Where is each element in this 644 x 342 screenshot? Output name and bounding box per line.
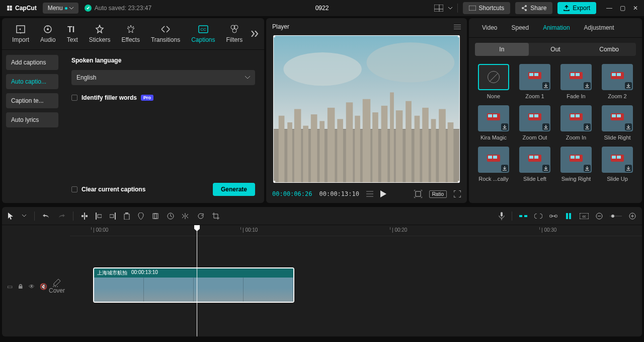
anim-preset[interactable]: Slide Left	[516, 147, 553, 182]
anim-preset[interactable]: Kira Magic	[475, 105, 512, 141]
app-logo: CapCut	[6, 5, 37, 12]
crop2-tool[interactable]	[212, 213, 219, 220]
maximize-button[interactable]: ▢	[620, 5, 625, 12]
media-tab-text[interactable]: TIText	[62, 22, 83, 45]
svg-rect-3	[469, 6, 476, 11]
magnet-tool[interactable]	[519, 213, 527, 219]
rotate-tool[interactable]	[197, 213, 204, 220]
close-button[interactable]: ✕	[633, 5, 638, 12]
menu-button[interactable]: Menu	[43, 3, 78, 14]
anim-preset[interactable]: Zoom 1	[516, 64, 553, 99]
media-tab-effects[interactable]: Effects	[116, 22, 144, 45]
ratio-button[interactable]: Ratio	[429, 190, 447, 198]
caption-option[interactable]: Auto captio...	[6, 74, 58, 89]
marker-tool[interactable]	[138, 213, 144, 220]
lock-icon[interactable]: 🔒︎	[18, 283, 24, 290]
media-tab-transitions[interactable]: Transitions	[146, 22, 185, 45]
filler-checkbox[interactable]	[71, 95, 77, 101]
svg-rect-29	[337, 119, 343, 182]
anim-preset[interactable]: Zoom Out	[516, 105, 553, 141]
split-tool[interactable]	[82, 213, 88, 220]
caption-option[interactable]: Caption te...	[6, 93, 58, 108]
link-tool[interactable]	[534, 214, 542, 219]
caption-option[interactable]: Auto lyrics	[6, 112, 58, 127]
svg-rect-102	[524, 215, 527, 217]
anim-preset[interactable]: Swing Right	[557, 147, 595, 182]
playhead[interactable]	[197, 225, 197, 336]
svg-rect-47	[534, 73, 538, 76]
undo-button[interactable]	[43, 213, 50, 219]
zoom-out-button[interactable]	[596, 213, 603, 220]
generate-button[interactable]: Generate	[213, 183, 255, 196]
mute-icon[interactable]: 🔇	[40, 283, 47, 290]
cc-tool[interactable]: cc	[580, 213, 589, 219]
anim-preset[interactable]: Fade In	[557, 64, 595, 99]
fullscreen-button[interactable]	[454, 190, 461, 197]
anim-preset[interactable]: Slide Right	[599, 105, 636, 141]
link2-tool[interactable]	[549, 214, 557, 218]
trim-left-tool[interactable]	[96, 213, 102, 220]
chevron-down-icon[interactable]	[22, 215, 26, 217]
anim-preset[interactable]: Zoom 2	[599, 64, 636, 99]
scale-icon[interactable]	[414, 190, 422, 198]
eye-icon[interactable]: 👁	[29, 283, 35, 290]
zoom-slider[interactable]	[610, 214, 622, 218]
anim-tab-combo[interactable]: Combo	[582, 43, 636, 56]
share-button[interactable]: Share	[515, 2, 552, 14]
media-tab-import[interactable]: Import	[7, 22, 34, 45]
timeline-tracks[interactable]: 上海城市航拍 00:00:13:10	[70, 236, 642, 336]
preview-tool[interactable]	[565, 213, 573, 219]
keyboard-icon	[469, 6, 476, 11]
delete-tool[interactable]	[124, 213, 130, 220]
redo-button[interactable]	[58, 213, 65, 219]
mic-icon[interactable]	[499, 212, 505, 220]
anim-preset[interactable]: None	[475, 64, 512, 99]
layout-icon[interactable]	[434, 5, 443, 12]
svg-rect-70	[612, 114, 616, 117]
mirror-tool[interactable]	[182, 213, 189, 219]
caption-option[interactable]: Add captions	[6, 55, 58, 70]
svg-rect-95	[124, 214, 129, 220]
language-select[interactable]: English	[71, 70, 255, 85]
svg-rect-100	[501, 212, 503, 217]
shortcuts-button[interactable]: Shortcuts	[463, 2, 511, 14]
svg-point-11	[128, 26, 129, 27]
prop-tab-animation[interactable]: Animation	[536, 18, 577, 37]
video-preview[interactable]	[273, 35, 460, 183]
svg-rect-35	[390, 92, 394, 182]
anim-preset[interactable]: Rock ...cally	[475, 147, 512, 182]
more-icon[interactable]: ⋯	[52, 283, 58, 290]
trim-right-tool[interactable]	[110, 213, 116, 220]
list-icon[interactable]	[366, 191, 373, 197]
svg-point-19	[283, 52, 361, 86]
track-toggle-icon[interactable]: ▭	[7, 283, 13, 290]
crop-tool[interactable]	[152, 213, 159, 220]
reverse-tool[interactable]	[167, 213, 174, 220]
prop-tab-video[interactable]: Video	[475, 18, 504, 37]
video-clip[interactable]: 上海城市航拍 00:00:13:10	[93, 267, 294, 303]
media-tab-stickers[interactable]: Stickers	[84, 22, 116, 45]
zoom-in-button[interactable]	[629, 213, 636, 220]
svg-rect-37	[406, 101, 412, 182]
prop-tab-speed[interactable]: Speed	[504, 18, 536, 37]
project-title[interactable]: 0922	[315, 5, 329, 12]
media-tab-filters[interactable]: Filters	[221, 22, 248, 45]
chevron-down-icon[interactable]	[448, 7, 452, 10]
selection-tool[interactable]	[8, 213, 14, 220]
anim-tab-out[interactable]: Out	[529, 43, 583, 56]
media-tab-audio[interactable]: Audio	[35, 22, 61, 45]
play-button[interactable]	[380, 190, 386, 197]
svg-rect-41	[439, 109, 446, 183]
anim-preset[interactable]: Zoom In	[557, 105, 595, 141]
svg-rect-27	[319, 121, 325, 182]
anim-tab-in[interactable]: In	[475, 43, 529, 56]
svg-rect-28	[328, 108, 335, 182]
export-button[interactable]: Export	[557, 2, 596, 14]
media-more-button[interactable]	[249, 29, 261, 39]
anim-preset[interactable]: Slide Up	[599, 147, 636, 182]
clear-checkbox[interactable]	[71, 186, 77, 192]
media-tab-captions[interactable]: CCCaptions	[186, 22, 220, 45]
minimize-button[interactable]: —	[606, 5, 612, 12]
player-menu-button[interactable]	[454, 25, 461, 29]
prop-tab-adjustment[interactable]: Adjustment	[577, 18, 621, 37]
